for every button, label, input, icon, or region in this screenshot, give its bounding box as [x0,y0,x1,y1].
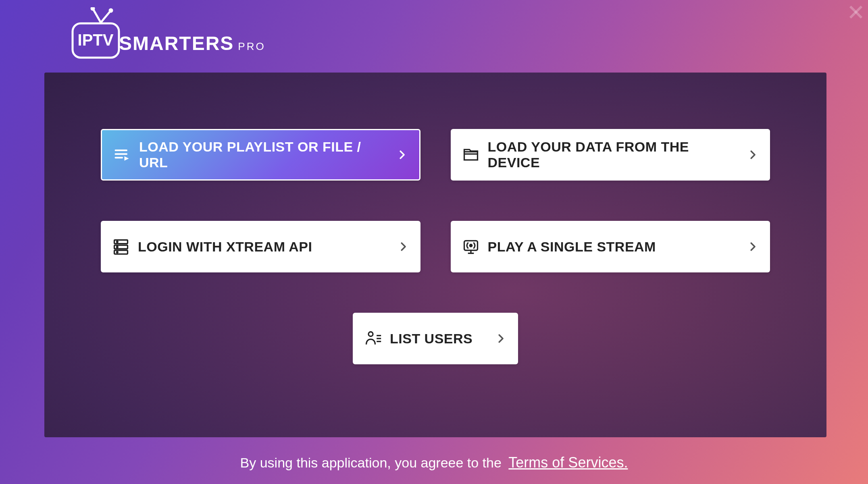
app-logo: IPTV SMARTERS PRO [71,7,266,62]
xtream-login-label: LOGIN WITH XTREAM API [138,239,389,255]
load-device-button[interactable]: LOAD YOUR DATA FROM THE DEVICE [451,129,770,181]
logo-pro-text: PRO [238,40,265,53]
svg-point-17 [117,251,118,253]
chevron-right-icon [747,149,759,161]
load-playlist-button[interactable]: LOAD YOUR PLAYLIST OR FILE / URL [101,129,420,181]
main-panel: LOAD YOUR PLAYLIST OR FILE / URL LOAD YO… [44,73,826,437]
server-icon [112,238,130,256]
list-users-button[interactable]: LIST USERS [353,313,518,364]
tv-icon: IPTV [71,7,121,62]
terms-link[interactable]: Terms of Services. [508,454,628,471]
folder-icon [462,146,480,164]
svg-point-2 [92,7,94,10]
svg-line-1 [101,10,111,23]
load-device-label: LOAD YOUR DATA FROM THE DEVICE [488,139,739,170]
chevron-right-icon [397,241,409,253]
playlist-icon [113,146,131,164]
chevron-right-icon [747,241,759,253]
option-grid: LOAD YOUR PLAYLIST OR FILE / URL LOAD YO… [101,129,770,272]
chevron-right-icon [495,332,507,345]
svg-point-22 [368,332,373,337]
list-users-label: LIST USERS [390,331,487,347]
chevron-right-icon [396,149,408,161]
footer-text: By using this application, you agreee to… [240,455,502,470]
close-icon[interactable] [844,0,868,24]
svg-marker-10 [125,156,129,161]
users-icon [364,330,382,347]
footer: By using this application, you agreee to… [0,454,868,471]
logo-main-text: SMARTERS [119,32,234,54]
svg-point-21 [470,245,472,247]
svg-point-15 [117,241,118,243]
svg-point-16 [117,246,118,247]
broadcast-icon [462,238,480,256]
load-playlist-label: LOAD YOUR PLAYLIST OR FILE / URL [139,139,388,170]
single-stream-button[interactable]: PLAY A SINGLE STREAM [451,221,770,272]
svg-point-3 [110,9,112,12]
single-stream-label: PLAY A SINGLE STREAM [488,239,739,255]
center-row: LIST USERS [101,313,770,364]
xtream-login-button[interactable]: LOGIN WITH XTREAM API [101,221,420,272]
svg-line-0 [93,8,101,23]
logo-iptv-text: IPTV [78,31,114,49]
